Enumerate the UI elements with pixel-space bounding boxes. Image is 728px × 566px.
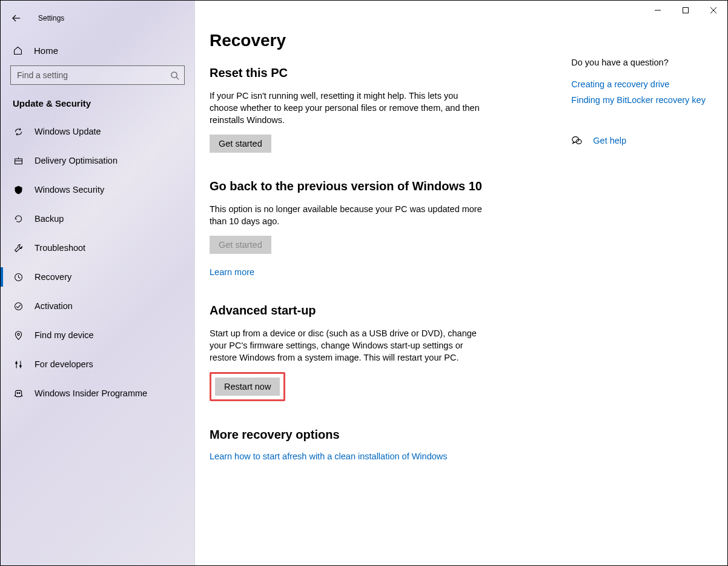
- app-title: Settings: [38, 14, 64, 22]
- nav-list: Windows Update Delivery Optimisation Win…: [1, 117, 194, 408]
- nav-windows-update[interactable]: Windows Update: [1, 117, 194, 146]
- nav-windows-insider[interactable]: Windows Insider Programme: [1, 379, 194, 408]
- search-input[interactable]: [17, 70, 170, 80]
- svg-rect-17: [15, 390, 21, 396]
- nav-backup[interactable]: Backup: [1, 204, 194, 233]
- nav-label: Backup: [35, 214, 64, 224]
- nav-label: Delivery Optimisation: [35, 156, 117, 165]
- restart-now-button[interactable]: Restart now: [215, 378, 280, 396]
- svg-line-6: [176, 77, 179, 79]
- recovery-icon: [13, 272, 24, 282]
- svg-point-19: [19, 392, 20, 393]
- chat-icon: [571, 135, 582, 146]
- tools-icon: [13, 359, 24, 370]
- svg-point-5: [171, 72, 177, 77]
- nav-activation[interactable]: Activation: [1, 291, 194, 321]
- advanced-body: Start up from a device or disc (such as …: [210, 327, 482, 364]
- check-circle-icon: [13, 301, 24, 311]
- sync-icon: [13, 127, 24, 137]
- svg-line-20: [14, 395, 15, 396]
- window-controls: [644, 1, 727, 20]
- minimize-button[interactable]: [644, 1, 672, 20]
- goback-body: This option is no longer available becau…: [210, 203, 482, 227]
- nav-label: Recovery: [35, 272, 71, 282]
- reset-get-started-button[interactable]: Get started: [210, 135, 271, 153]
- main-content: Recovery Reset this PC If your PC isn't …: [195, 1, 727, 565]
- nav-for-developers[interactable]: For developers: [1, 350, 194, 379]
- svg-point-16: [19, 365, 21, 367]
- svg-point-15: [15, 362, 17, 364]
- page-title: Recovery: [210, 31, 523, 50]
- svg-rect-1: [683, 8, 689, 13]
- nav-troubleshoot[interactable]: Troubleshoot: [1, 233, 194, 262]
- home-link[interactable]: Home: [1, 39, 194, 62]
- sidebar: Settings Home Update & Security: [1, 1, 195, 565]
- search-icon: [170, 71, 179, 80]
- wrench-icon: [13, 243, 24, 253]
- section-reset-pc: Reset this PC If your PC isn't running w…: [210, 66, 523, 153]
- svg-point-11: [15, 302, 22, 310]
- help-link-recovery-drive[interactable]: Creating a recovery drive: [571, 79, 706, 89]
- search-box[interactable]: [10, 65, 185, 85]
- right-column: Do you have a question? Creating a recov…: [571, 31, 706, 553]
- clean-install-link[interactable]: Learn how to start afresh with a clean i…: [210, 451, 448, 461]
- home-label: Home: [34, 45, 58, 56]
- category-header: Update & Security: [1, 85, 194, 117]
- section-go-back: Go back to the previous version of Windo…: [210, 179, 523, 277]
- nav-label: Troubleshoot: [35, 243, 85, 253]
- svg-point-18: [16, 392, 18, 393]
- reset-body: If your PC isn't running well, resetting…: [210, 90, 482, 126]
- svg-point-12: [17, 333, 19, 335]
- close-button[interactable]: [700, 1, 727, 20]
- insider-icon: [13, 388, 24, 399]
- section-advanced-startup: Advanced start-up Start up from a device…: [210, 304, 523, 401]
- nav-label: Find my device: [35, 330, 94, 340]
- location-icon: [13, 330, 24, 341]
- goback-title: Go back to the previous version of Windo…: [210, 179, 523, 193]
- advanced-title: Advanced start-up: [210, 304, 523, 318]
- goback-get-started-button: Get started: [210, 236, 271, 254]
- more-title: More recovery options: [210, 428, 523, 442]
- nav-windows-security[interactable]: Windows Security: [1, 175, 194, 204]
- nav-delivery-optimisation[interactable]: Delivery Optimisation: [1, 146, 194, 175]
- restart-highlight: Restart now: [210, 372, 285, 401]
- goback-learn-more-link[interactable]: Learn more: [210, 267, 254, 277]
- home-icon: [13, 45, 23, 56]
- back-button[interactable]: [12, 13, 21, 23]
- question-header: Do you have a question?: [571, 58, 706, 67]
- help-link-bitlocker[interactable]: Finding my BitLocker recovery key: [571, 95, 706, 105]
- nav-label: Windows Security: [35, 185, 104, 195]
- section-more-recovery: More recovery options Learn how to start…: [210, 428, 523, 461]
- delivery-icon: [13, 156, 24, 166]
- nav-recovery[interactable]: Recovery: [1, 262, 194, 291]
- get-help-link[interactable]: Get help: [593, 136, 626, 145]
- nav-label: For developers: [35, 359, 93, 369]
- shield-icon: [13, 185, 24, 195]
- backup-icon: [13, 214, 24, 224]
- nav-label: Activation: [35, 301, 73, 311]
- nav-label: Windows Update: [35, 127, 101, 136]
- maximize-button[interactable]: [672, 1, 700, 20]
- nav-find-my-device[interactable]: Find my device: [1, 321, 194, 350]
- svg-rect-7: [15, 159, 22, 164]
- nav-label: Windows Insider Programme: [35, 388, 147, 398]
- reset-title: Reset this PC: [210, 66, 523, 80]
